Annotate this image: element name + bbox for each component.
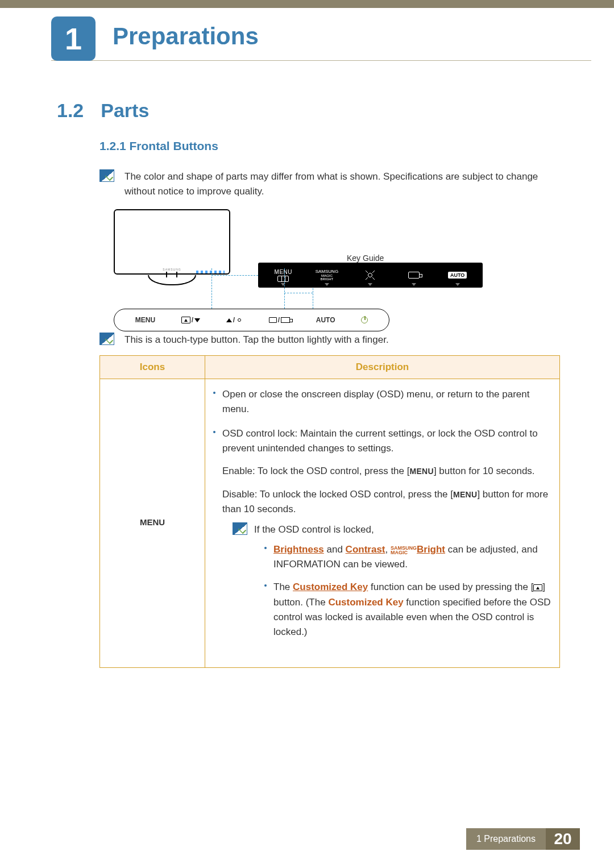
note-touch: This is a touch-type button. Tap the but…	[99, 333, 560, 347]
link-magic-bright[interactable]: Bright	[417, 544, 445, 555]
link-customized-key[interactable]: Customized Key	[293, 582, 368, 592]
monitor-brand: SAMSUNG	[163, 268, 181, 271]
note-icon	[99, 333, 114, 345]
link-brightness[interactable]: Brightness	[273, 544, 324, 555]
section-heading: 1.2 Parts	[57, 99, 149, 122]
button-custom-down: /	[181, 316, 200, 324]
osd-key-guide-bar: MENU SAMSUNG MAGIC BRIGHT AUTO	[258, 263, 483, 288]
locked-bullet: Brightness and Contrast, SAMSUNGMAGICBri…	[273, 542, 553, 572]
key-guide-label: Key Guide	[347, 254, 384, 263]
link-contrast[interactable]: Contrast	[346, 544, 385, 555]
note-touch-text: This is a touch-type button. Tap the but…	[125, 333, 389, 347]
note-icon	[99, 169, 114, 182]
button-menu: MENU	[135, 316, 155, 324]
button-power	[361, 317, 368, 323]
chapter-title: Preparations	[113, 23, 259, 50]
section-title: Parts	[101, 99, 149, 122]
desc-bullet: Open or close the onscreen display (OSD)…	[222, 387, 553, 417]
callout-line	[313, 288, 313, 309]
top-accent-bar	[0, 0, 614, 8]
osd-auto-icon: AUTO	[435, 263, 479, 288]
customized-key-label: Customized Key	[328, 597, 403, 608]
menu-button-label: MENU	[409, 467, 433, 476]
osd-source-icon	[392, 263, 436, 288]
callout-line	[211, 268, 212, 309]
callout-line	[211, 275, 258, 276]
samsung-magic-label: SAMSUNGMAGIC	[391, 546, 417, 555]
table-description-menu: Open or close the onscreen display (OSD)…	[205, 379, 560, 668]
button-up-brightness: /	[226, 316, 243, 324]
page-footer: 1 Preparations 20	[0, 828, 614, 868]
chapter-number-badge: 1	[51, 16, 96, 61]
locked-intro-text: If the OSD control is locked,	[254, 522, 553, 537]
physical-button-strip: MENU / / / AUTO	[114, 309, 389, 331]
table-header-icons: Icons	[100, 356, 205, 379]
footer-chapter-label: 1 Preparations	[466, 828, 546, 850]
desc-bullet: OSD control lock: Maintain the current s…	[222, 426, 553, 648]
table-icon-menu: MENU	[100, 379, 205, 668]
monitor-touch-buttons	[196, 271, 225, 273]
chapter-header: 1 Preparations	[51, 13, 591, 61]
osd-brightness-icon	[349, 263, 392, 288]
locked-bullet: The Customized Key function can be used …	[273, 580, 553, 639]
note-intro: The color and shape of parts may differ …	[99, 169, 560, 198]
note-icon	[233, 522, 247, 535]
frontal-buttons-diagram: SAMSUNG Key Guide MENU SAMSUNG MAGIC BRI…	[114, 205, 515, 315]
table-row: MENU Open or close the onscreen display …	[100, 379, 560, 668]
subsection-heading: 1.2.1 Frontal Buttons	[99, 139, 218, 153]
custom-key-icon	[533, 584, 542, 591]
callout-line	[284, 293, 313, 293]
menu-button-label: MENU	[453, 490, 477, 499]
footer-page-number: 20	[546, 828, 580, 850]
note-intro-text: The color and shape of parts may differ …	[125, 169, 560, 198]
icons-description-table: Icons Description MENU Open or close the…	[99, 355, 560, 668]
monitor-illustration: SAMSUNG	[114, 209, 230, 286]
osd-menu-icon: MENU	[262, 263, 305, 288]
callout-line	[284, 268, 285, 309]
osd-magic-bright-icon: SAMSUNG MAGIC BRIGHT	[305, 263, 349, 288]
button-auto: AUTO	[316, 316, 335, 324]
section-number: 1.2	[57, 99, 84, 122]
button-source: /	[269, 316, 290, 324]
table-header-description: Description	[205, 356, 560, 379]
